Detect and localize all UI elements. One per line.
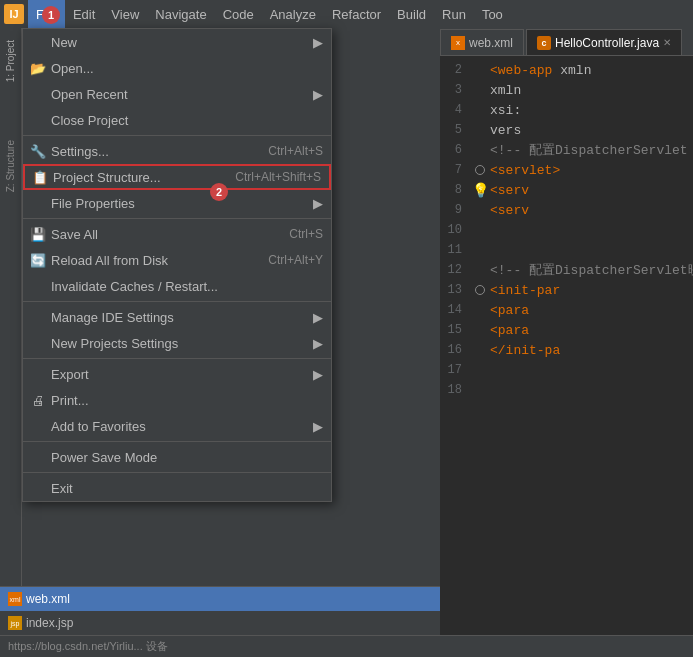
menu-item-open[interactable]: 📂 Open... bbox=[23, 55, 331, 81]
menu-item-power-save[interactable]: Power Save Mode bbox=[23, 444, 331, 470]
menu-item-open-recent[interactable]: Open Recent ▶ bbox=[23, 81, 331, 107]
app-logo: IJ bbox=[4, 4, 24, 24]
separator-6 bbox=[23, 472, 331, 473]
step-badge-1: 1 bbox=[42, 6, 60, 24]
code-line-10: 10 bbox=[440, 220, 693, 240]
menubar-view[interactable]: View bbox=[103, 0, 147, 28]
separator-5 bbox=[23, 441, 331, 442]
tab-hello-label: HelloController.java bbox=[555, 36, 659, 50]
menu-item-project-structure[interactable]: 📋 Project Structure... Ctrl+Alt+Shift+S bbox=[23, 164, 331, 190]
code-line-14: 14 <para bbox=[440, 300, 693, 320]
code-line-11: 11 bbox=[440, 240, 693, 260]
code-line-13: 13 <init-par bbox=[440, 280, 693, 300]
code-line-3: 3 xmln bbox=[440, 80, 693, 100]
xml-icon: x bbox=[451, 36, 465, 50]
menu-item-new[interactable]: New ▶ bbox=[23, 29, 331, 55]
gutter-13 bbox=[470, 285, 490, 295]
code-line-18: 18 bbox=[440, 380, 693, 400]
code-line-4: 4 xsi: bbox=[440, 100, 693, 120]
file-dropdown-menu: New ▶ 📂 Open... Open Recent ▶ Close Proj… bbox=[22, 28, 332, 502]
menu-item-new-projects-settings[interactable]: New Projects Settings ▶ bbox=[23, 330, 331, 356]
arrow-icon-nps: ▶ bbox=[313, 336, 323, 351]
folder-icon: 📂 bbox=[29, 61, 47, 76]
bottom-jsp-icon: jsp bbox=[8, 616, 22, 630]
menubar-refactor[interactable]: Refactor bbox=[324, 0, 389, 28]
menu-item-close-project[interactable]: Close Project bbox=[23, 107, 331, 133]
menubar-run[interactable]: Run bbox=[434, 0, 474, 28]
bottom-file-tabs: xml web.xml jsp index.jsp bbox=[0, 586, 440, 635]
bottom-tab-index-jsp-label: index.jsp bbox=[26, 616, 73, 630]
bottom-tab-web-xml-label: web.xml bbox=[26, 592, 70, 606]
code-line-17: 17 bbox=[440, 360, 693, 380]
step-badge-2: 2 bbox=[210, 183, 228, 201]
bulb-icon[interactable]: 💡 bbox=[472, 182, 489, 199]
code-line-12: 12 <!-- 配置DispatcherServlet映射路径 --> bbox=[440, 260, 693, 280]
menubar-build[interactable]: Build bbox=[389, 0, 434, 28]
menubar: IJ File Edit View Navigate Code Analyze … bbox=[0, 0, 693, 28]
close-icon[interactable]: ✕ bbox=[663, 37, 671, 48]
menu-item-exit[interactable]: Exit bbox=[23, 475, 331, 501]
menu-item-print[interactable]: 🖨 Print... bbox=[23, 387, 331, 413]
menu-item-settings[interactable]: 🔧 Settings... Ctrl+Alt+S bbox=[23, 138, 331, 164]
status-text: https://blog.csdn.net/Yirliu... 设备 bbox=[8, 639, 168, 654]
menubar-tools[interactable]: Too bbox=[474, 0, 511, 28]
menubar-edit[interactable]: Edit bbox=[65, 0, 103, 28]
code-line-8: 8 💡 <serv bbox=[440, 180, 693, 200]
gutter-7 bbox=[470, 165, 490, 175]
reload-icon: 🔄 bbox=[29, 253, 47, 268]
save-icon: 💾 bbox=[29, 227, 47, 242]
sidebar-tab-project[interactable]: 1: Project bbox=[3, 32, 18, 90]
menubar-code[interactable]: Code bbox=[215, 0, 262, 28]
tab-web-xml-label: web.xml bbox=[469, 36, 513, 50]
status-bar: https://blog.csdn.net/Yirliu... 设备 bbox=[0, 635, 693, 657]
bottom-tab-web-xml[interactable]: xml web.xml bbox=[0, 587, 440, 611]
tab-web-xml[interactable]: x web.xml bbox=[440, 29, 524, 55]
code-line-7: 7 <servlet> bbox=[440, 160, 693, 180]
arrow-icon-fp: ▶ bbox=[313, 196, 323, 211]
project-structure-icon: 📋 bbox=[31, 170, 49, 185]
arrow-icon-export: ▶ bbox=[313, 367, 323, 382]
bottom-tab-index-jsp[interactable]: jsp index.jsp bbox=[0, 611, 440, 635]
menu-item-manage-ide[interactable]: Manage IDE Settings ▶ bbox=[23, 304, 331, 330]
sidebar-tab-structure[interactable]: Z: Structure bbox=[3, 132, 18, 200]
menu-item-invalidate[interactable]: Invalidate Caches / Restart... bbox=[23, 273, 331, 299]
editor-tab-bar: x web.xml c HelloController.java ✕ bbox=[440, 28, 693, 56]
gutter-8: 💡 bbox=[470, 182, 490, 199]
code-line-9: 9 <serv bbox=[440, 200, 693, 220]
separator-2 bbox=[23, 218, 331, 219]
code-area: 2 <web-app xmln 3 xmln 4 xsi: 5 vers 6 bbox=[440, 56, 693, 404]
gutter-mark-13 bbox=[475, 285, 485, 295]
menubar-navigate[interactable]: Navigate bbox=[147, 0, 214, 28]
arrow-icon-ide: ▶ bbox=[313, 310, 323, 325]
settings-icon: 🔧 bbox=[29, 144, 47, 159]
editor-area: x web.xml c HelloController.java ✕ 2 <we… bbox=[440, 28, 693, 657]
code-line-6: 6 <!-- 配置DispatcherServlet --> bbox=[440, 140, 693, 160]
print-icon: 🖨 bbox=[29, 393, 47, 408]
code-line-5: 5 vers bbox=[440, 120, 693, 140]
arrow-icon-fav: ▶ bbox=[313, 419, 323, 434]
menu-item-add-favorites[interactable]: Add to Favorites ▶ bbox=[23, 413, 331, 439]
menu-item-export[interactable]: Export ▶ bbox=[23, 361, 331, 387]
arrow-icon-recent: ▶ bbox=[313, 87, 323, 102]
separator-4 bbox=[23, 358, 331, 359]
java-icon: c bbox=[537, 36, 551, 50]
separator-1 bbox=[23, 135, 331, 136]
arrow-icon: ▶ bbox=[313, 35, 323, 50]
tab-hello-controller[interactable]: c HelloController.java ✕ bbox=[526, 29, 682, 55]
gutter-mark-7 bbox=[475, 165, 485, 175]
separator-3 bbox=[23, 301, 331, 302]
code-line-16: 16 </init-pa bbox=[440, 340, 693, 360]
menu-item-save-all[interactable]: 💾 Save All Ctrl+S bbox=[23, 221, 331, 247]
code-line-2: 2 <web-app xmln bbox=[440, 60, 693, 80]
menu-item-reload[interactable]: 🔄 Reload All from Disk Ctrl+Alt+Y bbox=[23, 247, 331, 273]
menubar-analyze[interactable]: Analyze bbox=[262, 0, 324, 28]
menu-item-file-properties[interactable]: File Properties ▶ bbox=[23, 190, 331, 216]
bottom-xml-icon: xml bbox=[8, 592, 22, 606]
code-line-15: 15 <para bbox=[440, 320, 693, 340]
